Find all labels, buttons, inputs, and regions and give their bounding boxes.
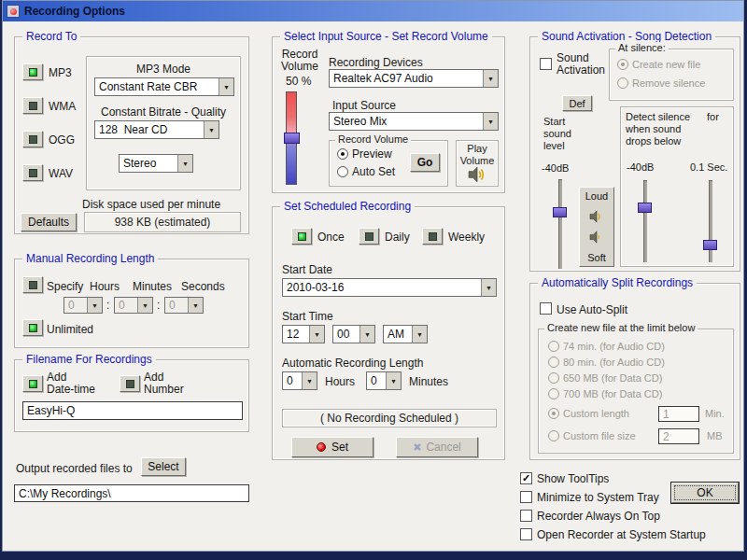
chevron-down-icon[interactable]: ▼ [204, 121, 218, 138]
limit-700mb-radio[interactable] [548, 388, 559, 399]
custom-size-label: Custom file size [563, 430, 636, 441]
chevron-down-icon[interactable]: ▼ [302, 372, 317, 389]
add-number-led-icon [126, 380, 134, 388]
window-title: Recording Options [24, 5, 125, 18]
hours-value: 0 [64, 299, 87, 312]
schedule-caption: Set Scheduled Recording [280, 200, 415, 213]
chevron-down-icon[interactable]: ▼ [483, 113, 498, 130]
chevron-down-icon[interactable]: ▼ [481, 279, 496, 296]
limit-80min-label: 80 min. (for Audio CD) [563, 357, 665, 368]
autoset-label: Auto Set [352, 165, 395, 178]
limit-74min-radio[interactable] [548, 341, 559, 352]
open-startup-checkbox[interactable] [520, 528, 532, 540]
app-icon [7, 5, 20, 18]
add-datetime-led-button[interactable] [22, 375, 43, 392]
add-datetime-led-icon [29, 380, 37, 388]
cancel-schedule-button[interactable]: ✖Cancel [396, 437, 478, 457]
unlimited-led-button[interactable] [22, 319, 43, 336]
daily-led-button[interactable] [359, 228, 379, 245]
wav-led-button[interactable] [22, 164, 43, 181]
limit-650mb-radio[interactable] [548, 372, 559, 384]
play-volume-icon[interactable] [468, 166, 486, 183]
colon-separator: : [106, 299, 109, 312]
detect-level-slider-track[interactable] [643, 180, 647, 262]
record-volume-slider-handle[interactable] [284, 133, 300, 144]
once-led-button[interactable] [291, 228, 312, 245]
start-db-value: -40dB [542, 162, 569, 174]
show-tooltips-label: Show ToolTips [537, 472, 609, 485]
auto-hours-select[interactable]: 0 ▼ [282, 371, 317, 390]
limit-80min-radio[interactable] [548, 357, 559, 368]
specify-led-button[interactable] [22, 276, 43, 293]
recording-options-dialog: Recording Options Record To MP3 WMA OGG … [2, 0, 744, 552]
output-path-field[interactable] [14, 484, 249, 502]
minutes-select[interactable]: 0 ▼ [114, 297, 153, 314]
start-date-value: 2010-03-16 [283, 281, 481, 294]
chevron-down-icon[interactable]: ▼ [359, 326, 374, 343]
custom-size-input[interactable] [658, 428, 699, 444]
always-on-top-checkbox[interactable] [520, 510, 532, 522]
start-date-select[interactable]: 2010-03-16 ▼ [282, 278, 497, 297]
loud-soft-indicator: Loud Soft [579, 187, 614, 267]
start-hour-select[interactable]: 12 ▼ [282, 325, 325, 343]
title-bar[interactable]: Recording Options [3, 1, 743, 21]
defaults-button[interactable]: Defaults [21, 213, 77, 231]
chevron-down-icon[interactable]: ▼ [188, 298, 203, 313]
mp3-mode-select[interactable]: Constant Rate CBR ▼ [94, 77, 234, 96]
chevron-down-icon[interactable]: ▼ [483, 70, 498, 87]
set-schedule-button[interactable]: Set [291, 437, 374, 457]
channel-select[interactable]: Stereo ▼ [119, 154, 193, 173]
select-output-button[interactable]: Select [141, 457, 186, 476]
record-volume-frame: Record Volume Preview Auto Set Go [329, 140, 448, 187]
chevron-down-icon[interactable]: ▼ [412, 326, 427, 343]
unlimited-led-icon [29, 324, 37, 332]
once-label: Once [317, 231, 345, 244]
wma-led-button[interactable] [22, 97, 43, 114]
chevron-down-icon[interactable]: ▼ [309, 326, 324, 343]
recording-devices-select[interactable]: Realtek AC97 Audio ▼ [329, 69, 499, 88]
input-source-select[interactable]: Stereo Mix ▼ [329, 112, 499, 131]
custom-length-radio[interactable] [548, 408, 559, 419]
autoset-radio[interactable] [337, 166, 348, 177]
custom-length-input[interactable] [658, 406, 699, 422]
hours-select[interactable]: 0 ▼ [63, 297, 103, 314]
ampm-select[interactable]: AM ▼ [383, 325, 428, 343]
custom-size-radio[interactable] [548, 430, 559, 441]
use-auto-split-checkbox[interactable] [540, 302, 552, 315]
add-number-led-button[interactable] [120, 375, 140, 392]
start-level-slider-track[interactable] [558, 179, 562, 269]
for-value: 0.1 Sec. [690, 161, 727, 173]
start-minute-select[interactable]: 00 ▼ [332, 325, 375, 343]
mp3-mode-frame: MP3 Mode Constant Rate CBR ▼ Constant Bi… [86, 56, 241, 190]
weekly-led-button[interactable] [422, 228, 443, 245]
record-to-group: Record To MP3 WMA OGG WAV MP3 Mode Const… [14, 36, 249, 234]
chevron-down-icon[interactable]: ▼ [177, 155, 192, 172]
auto-minutes-select[interactable]: 0 ▼ [366, 371, 402, 390]
minimize-tray-checkbox[interactable] [520, 491, 532, 503]
start-level-slider-handle[interactable] [553, 207, 567, 217]
seconds-select[interactable]: 0 ▼ [164, 297, 204, 314]
wma-label: WMA [49, 100, 76, 113]
ok-button[interactable]: OK [671, 483, 739, 503]
go-button[interactable]: Go [410, 153, 440, 172]
filename-input[interactable] [22, 401, 243, 420]
chevron-down-icon[interactable]: ▼ [218, 78, 233, 95]
bitrate-select[interactable]: 128 Near CD ▼ [94, 120, 219, 139]
input-source-label: Input Source [332, 99, 396, 112]
preview-radio[interactable] [337, 148, 348, 160]
def-button[interactable]: Def [562, 95, 592, 111]
for-label: for [707, 111, 719, 122]
remove-silence-radio[interactable] [617, 77, 628, 89]
chevron-down-icon[interactable]: ▼ [87, 298, 102, 313]
sound-activation-checkbox[interactable] [540, 58, 552, 70]
detect-level-slider-handle[interactable] [638, 203, 652, 213]
chevron-down-icon[interactable]: ▼ [386, 372, 401, 389]
silence-duration-slider-handle[interactable] [703, 240, 717, 250]
show-tooltips-checkbox[interactable]: ✓ [520, 472, 532, 484]
ogg-led-button[interactable] [22, 131, 43, 147]
bitrate-value: 128 Near CD [95, 123, 204, 136]
create-new-file-radio[interactable] [617, 59, 628, 70]
mp3-led-button[interactable] [22, 63, 43, 80]
recording-devices-label: Recording Devices [329, 56, 423, 69]
chevron-down-icon[interactable]: ▼ [137, 298, 152, 313]
